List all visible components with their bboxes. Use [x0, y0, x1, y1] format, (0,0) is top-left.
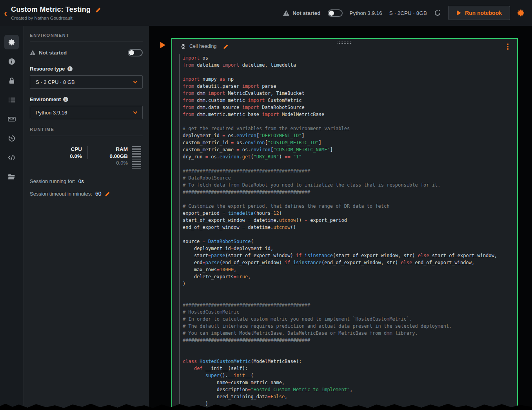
- code-line: [183, 231, 517, 238]
- edit-cell-heading-pencil-icon[interactable]: [223, 44, 229, 49]
- warning-icon: [30, 50, 36, 55]
- environment-info-icon[interactable]: i: [63, 97, 68, 102]
- code-line: import numpy as np: [183, 76, 517, 83]
- start-session-toggle[interactable]: [328, 9, 343, 17]
- environment-label: Environment: [30, 96, 61, 102]
- code-line: from dateutil.parser import parse: [183, 83, 517, 90]
- code-line: ########################################…: [183, 167, 517, 174]
- cell-heading-label: Cell heading: [189, 44, 217, 49]
- code-line: [183, 160, 517, 167]
- folder-icon: [8, 174, 15, 180]
- resources-label: S · 2CPU · 8GB: [389, 10, 427, 16]
- code-line: custom_metric_id = os.environ["CUSTOM_ME…: [183, 139, 517, 146]
- ram-percent: 0.0%: [116, 160, 128, 166]
- keyboard-icon: [8, 115, 16, 123]
- run-cell-button[interactable]: [160, 42, 165, 48]
- notebook-app: ‹ Custom Metric: Testing Created by Nath…: [0, 0, 532, 410]
- info-icon: [8, 58, 15, 65]
- code-line: custom_metric_name = os.environ["CUSTOM_…: [183, 146, 517, 153]
- edit-title-pencil-icon[interactable]: [95, 7, 102, 13]
- code-line: ): [183, 400, 517, 407]
- sidebar-item-files[interactable]: [4, 169, 19, 184]
- environment-section-header: ENVIRONMENT: [30, 33, 143, 42]
- code-line: dry_run = os.environ.get("DRY_RUN") == "…: [183, 153, 517, 160]
- notebook-cell[interactable]: Cell heading import osfrom datetime impo…: [171, 38, 518, 410]
- code-line: super().__init__(: [183, 372, 517, 379]
- code-icon: [8, 154, 16, 161]
- cpu-value: 0.0%: [70, 153, 82, 159]
- created-by-label: Created by Nathan Goudreault: [11, 16, 102, 20]
- sidebar-item-settings[interactable]: [4, 35, 19, 49]
- code-line: import os: [183, 54, 517, 62]
- code-line: ########################################…: [183, 337, 517, 344]
- code-line: deployment_id = os.environ["DEPLOYMENT_I…: [183, 132, 517, 139]
- session-timeout-label: Session timeout in minutes:: [30, 191, 92, 197]
- code-line: # HostedCustomMetric: [183, 308, 517, 316]
- sidebar-item-shortcuts[interactable]: [4, 112, 19, 126]
- run-notebook-button[interactable]: Run notebook: [448, 6, 510, 20]
- code-line: [183, 287, 517, 294]
- code-line: [183, 196, 517, 203]
- panel-session-toggle[interactable]: [128, 49, 143, 56]
- code-line: from dmm.custom_metric import CustomMetr…: [183, 97, 517, 104]
- code-line: start=parse(start_of_export_window) if i…: [183, 252, 517, 259]
- sidebar-item-info[interactable]: [4, 54, 19, 69]
- code-line: deployment_id=deployment_id,: [183, 245, 517, 252]
- code-line: [183, 344, 517, 351]
- ram-usage-meter: [132, 146, 141, 169]
- code-line: # DataRobotSource: [183, 174, 517, 181]
- code-line: ########################################…: [183, 301, 517, 308]
- code-line: # In order to calculate custom metric yo…: [183, 316, 517, 323]
- code-line: ########################################…: [183, 189, 517, 196]
- code-line: [183, 294, 517, 301]
- session-timeout-value: 60: [95, 190, 102, 197]
- code-line: # The default interface requires predict…: [183, 323, 517, 330]
- code-line: # get the required variables from the en…: [183, 125, 517, 132]
- resource-type-info-icon[interactable]: i: [67, 66, 73, 71]
- code-line: source = DataRobotSource(: [183, 238, 517, 245]
- python-version-label: Python 3.9.16: [350, 10, 382, 16]
- code-line: [183, 69, 517, 76]
- status-label: Not started: [292, 10, 320, 16]
- notebook-status: Not started: [283, 10, 320, 16]
- sidebar-item-outline[interactable]: [4, 93, 19, 107]
- settings-gear-icon[interactable]: [517, 9, 525, 17]
- cell-drag-handle[interactable]: [337, 41, 352, 44]
- code-line: def __init__(self):: [183, 365, 517, 372]
- runtime-meters: CPU 0.0% RAM 0.00GB 0.0%: [30, 143, 143, 174]
- list-icon: [8, 96, 15, 103]
- gear-icon: [8, 39, 15, 46]
- lock-icon: [8, 77, 15, 84]
- cpu-label: CPU: [71, 146, 82, 152]
- edit-timeout-pencil-icon[interactable]: [105, 191, 111, 197]
- refresh-icon[interactable]: [434, 9, 441, 16]
- code-line: from dmm import MetricEvaluator, TimeBuc…: [183, 90, 517, 97]
- code-line: from dmm.data_source import DataRobotSou…: [183, 104, 517, 111]
- top-bar: ‹ Custom Metric: Testing Created by Nath…: [0, 0, 532, 26]
- heading-layers-icon: [180, 44, 186, 49]
- panel-status-label: Not started: [39, 50, 67, 56]
- environment-select[interactable]: Python 3.9.16: [30, 106, 143, 119]
- code-line: start_of_export_window = datetime.utcnow…: [183, 217, 517, 224]
- history-icon: [8, 135, 15, 142]
- code-editor[interactable]: import osfrom datetime import datetime, …: [179, 54, 517, 407]
- warning-icon: [283, 10, 289, 16]
- code-line: # To fetch data from DataRobot you need …: [183, 181, 517, 189]
- code-line: from datetime import datetime, timedelta: [183, 62, 517, 69]
- code-line: description="Hosted Custom Metric to Imp…: [183, 386, 517, 393]
- sidebar-item-permissions[interactable]: [4, 73, 19, 88]
- code-line: name=custom_metric_name,: [183, 379, 517, 386]
- chevron-down-icon: [133, 110, 138, 115]
- cell-menu-kebab-icon[interactable]: [507, 44, 509, 50]
- code-line: class HostedCustomMetric(ModelMetricBase…: [183, 358, 517, 365]
- code-line: end_of_export_window = datetime.utcnow(): [183, 224, 517, 231]
- session-running-value: 0s: [78, 178, 84, 184]
- resource-type-select[interactable]: S · 2 CPU · 8 GB: [30, 75, 143, 89]
- run-notebook-label: Run notebook: [465, 10, 502, 16]
- icon-rail: [0, 26, 24, 410]
- sidebar-item-code-snippets[interactable]: [4, 150, 19, 165]
- code-line: need_training_data=False,: [183, 393, 517, 400]
- sidebar-item-history[interactable]: [4, 131, 19, 145]
- ram-label: RAM: [116, 146, 128, 152]
- back-button[interactable]: ‹: [4, 9, 7, 18]
